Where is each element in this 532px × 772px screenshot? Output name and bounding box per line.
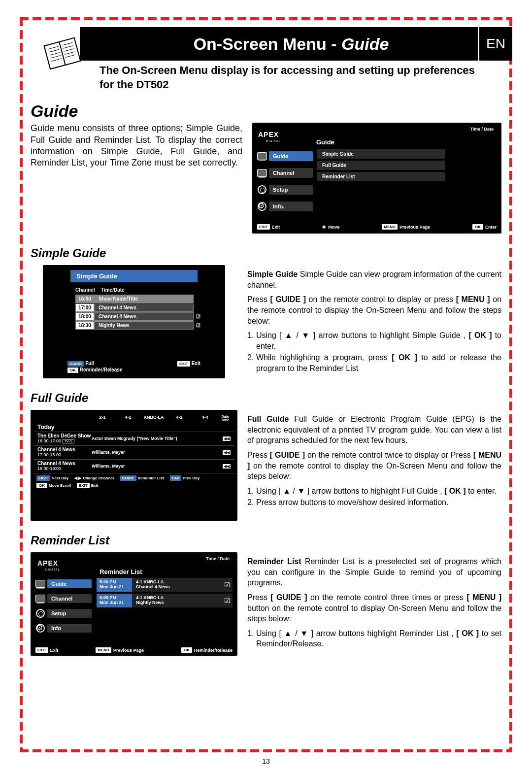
menu-item-channel[interactable]: Channel xyxy=(33,592,92,605)
channel-col: 4-4 xyxy=(192,415,218,422)
menu-header: Reminder List xyxy=(100,568,142,575)
section-heading-reminder: Reminder List xyxy=(31,534,501,547)
screenshot-full-guide: 2-14-1KNBC-LA4-24-4Date Time Today The E… xyxy=(31,410,237,521)
menu-item-channel[interactable]: Channel xyxy=(255,165,313,181)
simple-intro: Simple Guide Simple Guide can view progr… xyxy=(247,269,501,290)
reminder-steps: Using [ ▲ / ▼ ] arrow buttons highlight … xyxy=(247,628,501,649)
today-label: Today xyxy=(33,423,234,432)
guide-intro-text: Guide menu consists of three options; Si… xyxy=(31,123,242,169)
channel-col: 4-1 xyxy=(115,415,141,422)
reminder-intro: Reminder List Reminder List is a presele… xyxy=(247,556,501,588)
brand-logo: APEX xyxy=(37,559,58,567)
page-frame: On-Screen Menu - Guide EN The On-Screen … xyxy=(20,17,512,752)
channel-col: KNBC-LA xyxy=(141,415,166,422)
time-date-label: Time / Date xyxy=(470,127,494,132)
program-row[interactable]: The Ellen DeGee Show16:00-17:00 TV-GActo… xyxy=(33,432,234,445)
page-header: On-Screen Menu - Guide EN xyxy=(80,27,512,61)
menu-item-guide[interactable]: Guide xyxy=(255,148,313,164)
screenshot-guide-menu: Time / Date APEX DIGITAL Guide GuideChan… xyxy=(252,123,501,234)
menu-item-guide[interactable]: Guide xyxy=(33,577,92,591)
guide-row[interactable]: 17:00Channel 4 News xyxy=(75,303,202,312)
menu-item-info[interactable]: Info. xyxy=(255,199,313,214)
screenshot-reminder-list: Time / Date APEX DIGITAL Reminder List G… xyxy=(31,552,237,656)
page-number: 13 xyxy=(0,757,532,765)
program-row[interactable]: Channel 4 News17:00-18:00Williams, Mayer… xyxy=(33,445,234,459)
guide-row[interactable]: 18:00Channel 4 News☑ xyxy=(75,312,202,321)
simple-steps: Using [ ▲ / ▼ ] arrow buttons to highlig… xyxy=(247,330,501,373)
simple-guide-title: Simple Guide xyxy=(70,270,198,282)
submenu-item[interactable]: Reminder List xyxy=(317,172,445,181)
brand-sublogo: DIGITAL xyxy=(45,568,60,571)
brand-logo: APEX xyxy=(258,131,279,138)
section-heading-simple: Simple Guide xyxy=(31,246,501,260)
page-title: On-Screen Menu - Guide xyxy=(90,34,512,54)
guide-row[interactable]: 16:00Show Name/Title xyxy=(75,295,202,303)
menu-item-setup[interactable]: Setup xyxy=(255,182,313,198)
submenu-item[interactable]: Simple Guide xyxy=(317,149,445,159)
lang-badge: EN xyxy=(478,27,512,61)
page-subtitle: The On-Screen Menu display is for access… xyxy=(100,64,487,92)
reminder-item[interactable]: 6:00 PMMon Jun 214-1 KNBC-LANightly News… xyxy=(97,594,233,607)
brand-sublogo: DIGITAL xyxy=(266,139,281,142)
menu-item-info[interactable]: Info xyxy=(33,621,92,635)
submenu-item[interactable]: Full Guide xyxy=(317,161,445,170)
guide-row[interactable]: 18:30Nightly News☑ xyxy=(75,321,202,330)
menu-header: Guide xyxy=(316,138,334,146)
channel-col: 4-2 xyxy=(166,415,192,422)
section-heading-guide: Guide xyxy=(31,101,501,121)
section-heading-full: Full Guide xyxy=(31,391,501,405)
menu-item-setup[interactable]: Setup xyxy=(33,606,92,620)
full-p2: Press [ GUIDE ] on the remote control tw… xyxy=(247,450,501,482)
reminder-item[interactable]: 5:00 PMMon Jun 214-1 KNBC-LAChannel 4 Ne… xyxy=(97,578,233,592)
program-row[interactable]: Channel 4 News18:00-19:00Williams, Mayer… xyxy=(33,459,234,473)
simple-p2: Press [ GUIDE ] on the remote control to… xyxy=(247,294,501,326)
screenshot-simple-guide: Simple Guide ChannelTime/Date 16:00Show … xyxy=(43,265,225,378)
full-intro: Full Guide Full Guide or Electronic Prog… xyxy=(247,414,501,446)
reminder-p2: Press [ GUIDE ] on the remote control th… xyxy=(247,592,501,624)
channel-col: 2-1 xyxy=(90,415,115,422)
full-steps: Using [ ▲ / ▼ ] arrow buttons to highlig… xyxy=(247,486,501,508)
time-date-label: Time / Date xyxy=(206,556,230,561)
